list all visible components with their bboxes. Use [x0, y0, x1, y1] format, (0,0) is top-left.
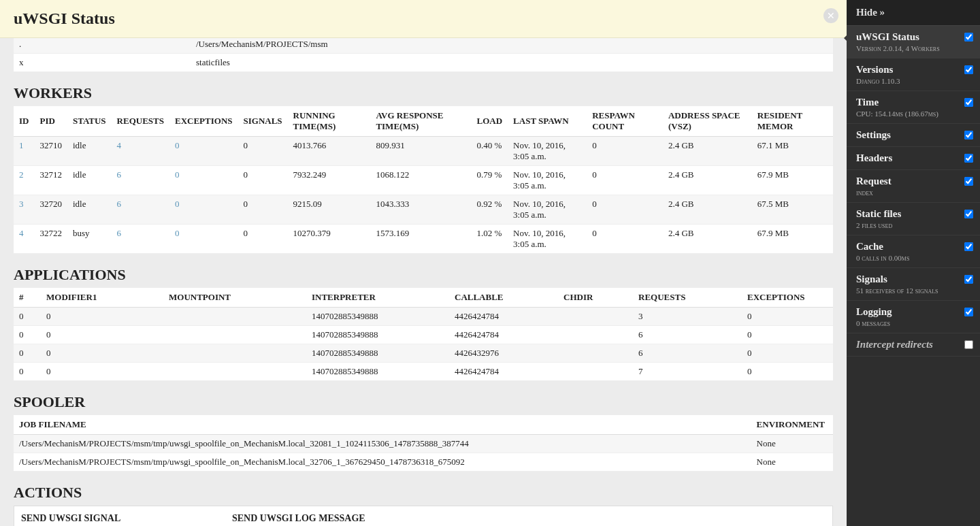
actions-panel: SEND UWSGI SIGNAL Signal number Send SEN… [14, 506, 833, 526]
cell[interactable]: 6 [112, 166, 169, 195]
cell: 140702885349888 [306, 326, 449, 344]
cell: 0 [14, 326, 41, 344]
cell: Nov. 10, 2016, 3:05 a.m. [508, 166, 587, 195]
table-row: 132710idle4004013.766809.9310.40 %Nov. 1… [14, 137, 833, 166]
cell: 0 [238, 137, 288, 166]
cell: 0 [238, 195, 288, 225]
signal-title: SEND UWSGI SIGNAL [21, 513, 212, 524]
cell: 0 [238, 225, 288, 254]
cell [558, 363, 633, 381]
table-row: 00140702885349888442642478460 [14, 326, 833, 344]
cell[interactable]: 4 [14, 225, 34, 254]
cell [163, 344, 306, 363]
table-row: 432722busy60010270.3791573.1691.02 %Nov.… [14, 225, 833, 254]
cell[interactable]: 2 [14, 166, 34, 195]
cell[interactable]: 4 [112, 137, 169, 166]
sidebar-item[interactable]: Settings [847, 124, 980, 147]
cell[interactable]: 0 [169, 225, 238, 254]
cell: 0 [742, 308, 833, 326]
cell: 0 [742, 363, 833, 381]
sidebar-item[interactable]: uWSGI StatusVersion 2.0.14, 4 Workers [847, 26, 980, 59]
table-row: 232712idle6007932.2491068.1220.79 %Nov. … [14, 166, 833, 195]
sidebar-item-sub: Django 1.10.3 [856, 77, 970, 85]
cell: 9215.09 [288, 195, 371, 225]
actions-heading: ACTIONS [14, 484, 833, 502]
sidebar-item[interactable]: Headers [847, 147, 980, 170]
sidebar-checkbox[interactable] [964, 33, 973, 42]
pre-table: ./Users/MechanisM/PROJECTS/msmxstaticfil… [14, 35, 833, 72]
col-header: STATUS [67, 106, 112, 137]
sidebar-item-sub: index [856, 188, 970, 197]
cell: 1068.122 [370, 166, 471, 195]
cell [163, 363, 306, 381]
sidebar-checkbox[interactable] [964, 308, 973, 316]
cell [558, 326, 633, 344]
sidebar-checkbox[interactable] [964, 98, 973, 107]
cell: idle [67, 166, 112, 195]
title-bar: uWSGI Status ✕ [0, 0, 847, 38]
sidebar-item[interactable]: Static files2 files used [847, 203, 980, 235]
cell: 0 [41, 363, 163, 381]
table-row: /Users/MechanisM/PROJECTS/msm/tmp/uwsgi_… [14, 453, 833, 472]
cell: 0 [14, 308, 41, 326]
col-header: SIGNALS [238, 106, 288, 137]
sidebar-item-sub: 2 files used [856, 221, 970, 229]
sidebar-checkbox[interactable] [964, 242, 973, 251]
hide-button[interactable]: Hide [847, 0, 980, 26]
workers-heading: WORKERS [14, 84, 833, 102]
cell[interactable]: 0 [169, 166, 238, 195]
col-header: CHDIR [558, 288, 633, 308]
workers-table: IDPIDSTATUSREQUESTSEXCEPTIONSSIGNALSRUNN… [14, 106, 833, 254]
cell: 0 [587, 166, 663, 195]
cell: 0 [742, 344, 833, 363]
col-header: RESIDENT MEMOR [752, 106, 833, 137]
close-icon[interactable]: ✕ [823, 8, 838, 23]
col-header: EXCEPTIONS [742, 288, 833, 308]
table-row: xstaticfiles [14, 54, 833, 72]
cell: 0 [238, 166, 288, 195]
sidebar-item[interactable]: Logging0 messages [847, 301, 980, 333]
cell: 67.9 MB [752, 166, 833, 195]
cell[interactable]: 6 [112, 195, 169, 225]
sidebar-item[interactable]: VersionsDjango 1.10.3 [847, 59, 980, 91]
sidebar-item-sub: CPU: 154.14ms (186.67ms) [856, 110, 970, 118]
sidebar-item[interactable]: Intercept redirects [847, 333, 980, 357]
cell[interactable]: 3 [14, 195, 34, 225]
cell[interactable]: 6 [112, 225, 169, 254]
cell[interactable]: 1 [14, 137, 34, 166]
col-header: MOUNTPOINT [163, 288, 306, 308]
cell: 0 [41, 326, 163, 344]
cell: 0 [587, 195, 663, 225]
sidebar-checkbox[interactable] [964, 210, 973, 218]
sidebar-checkbox[interactable] [964, 154, 973, 163]
sidebar-checkbox[interactable] [964, 65, 973, 74]
sidebar-checkbox[interactable] [964, 177, 973, 186]
cell: Nov. 10, 2016, 3:05 a.m. [508, 195, 587, 225]
sidebar-item[interactable]: Signals51 receivers of 12 signals [847, 268, 980, 301]
applications-table: #MODIFIER1MOUNTPOINTINTERPRETERCALLABLEC… [14, 288, 833, 381]
col-header: RESPAWN COUNT [587, 106, 663, 137]
cell: 0 [587, 137, 663, 166]
sidebar-checkbox[interactable] [964, 131, 973, 139]
sidebar-item[interactable]: Cache0 calls in 0.00ms [847, 235, 980, 268]
sidebar-item[interactable]: TimeCPU: 154.14ms (186.67ms) [847, 91, 980, 124]
cell: Nov. 10, 2016, 3:05 a.m. [508, 137, 587, 166]
cell: /Users/MechanisM/PROJECTS/msm/tmp/uwsgi_… [14, 435, 751, 453]
sidebar-item-title: Headers [856, 152, 970, 164]
sidebar: Hide uWSGI StatusVersion 2.0.14, 4 Worke… [847, 0, 980, 526]
cell [163, 326, 306, 344]
sidebar-checkbox[interactable] [964, 275, 973, 284]
cell[interactable]: 0 [169, 195, 238, 225]
cell: 1573.169 [370, 225, 471, 254]
cell: 2.4 GB [663, 195, 752, 225]
sidebar-checkbox[interactable] [964, 340, 973, 349]
table-row: 332720idle6009215.091043.3330.92 %Nov. 1… [14, 195, 833, 225]
col-header: ID [14, 106, 34, 137]
sidebar-item[interactable]: Requestindex [847, 170, 980, 203]
col-header: ENVIRONMENT [751, 415, 833, 435]
cell[interactable]: 0 [169, 137, 238, 166]
cell: 1.02 % [472, 225, 508, 254]
cell: 4426424784 [449, 363, 558, 381]
cell: idle [67, 195, 112, 225]
sidebar-item-title: Logging [856, 306, 970, 318]
